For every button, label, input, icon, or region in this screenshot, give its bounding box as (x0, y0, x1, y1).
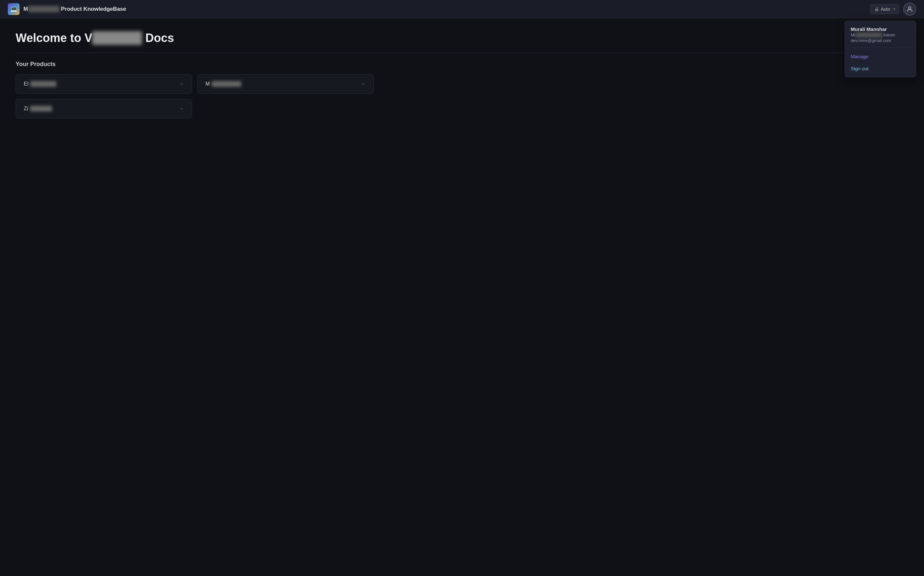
app-title: M████████ Product KnowledgeBase (24, 6, 127, 12)
app-icon: 💻 (8, 3, 19, 15)
printer-icon: 🖨 (874, 6, 879, 12)
product-card-1[interactable]: El███████ → (16, 74, 192, 94)
navbar: 💻 M████████ Product KnowledgeBase 🖨 Auto… (0, 0, 924, 18)
products-grid: El███████ → M████████ → Zi██████ → (16, 74, 374, 118)
product-card-3[interactable]: Zi██████ → (16, 99, 192, 118)
user-role: Mi█████████ Admin (851, 32, 910, 37)
svg-point-0 (908, 6, 911, 9)
avatar-button[interactable] (903, 3, 916, 16)
user-name: Murali Manohar (851, 26, 910, 32)
dropdown-menu: Manage Sign out (845, 48, 916, 77)
main-content: Welcome to V██████ Docs Your Products El… (0, 18, 924, 131)
auto-selector[interactable]: 🖨 Auto ▾ (870, 4, 899, 14)
page-title: Welcome to V██████ Docs (16, 31, 908, 53)
product-name-1: El███████ (24, 81, 56, 87)
arrow-icon-1: → (179, 81, 184, 87)
navbar-right: 🖨 Auto ▾ Murali Manohar Mi█████████ Admi… (870, 3, 916, 16)
section-label: Your Products (16, 61, 908, 68)
arrow-icon-2: → (360, 81, 366, 87)
product-name-3: Zi██████ (24, 106, 52, 112)
user-email: dev.mmv@gmail.com (851, 38, 910, 43)
navbar-left: 💻 M████████ Product KnowledgeBase (8, 3, 127, 15)
auto-label: Auto (881, 6, 890, 12)
product-name-2: M████████ (205, 81, 241, 87)
user-dropdown-header: Murali Manohar Mi█████████ Admin dev.mmv… (845, 21, 916, 48)
arrow-icon-3: → (179, 106, 184, 112)
user-dropdown: Murali Manohar Mi█████████ Admin dev.mmv… (845, 21, 916, 77)
signout-link[interactable]: Sign out (845, 62, 916, 75)
product-card-2[interactable]: M████████ → (197, 74, 374, 94)
manage-link[interactable]: Manage (845, 50, 916, 62)
chevron-down-icon: ▾ (894, 7, 895, 11)
